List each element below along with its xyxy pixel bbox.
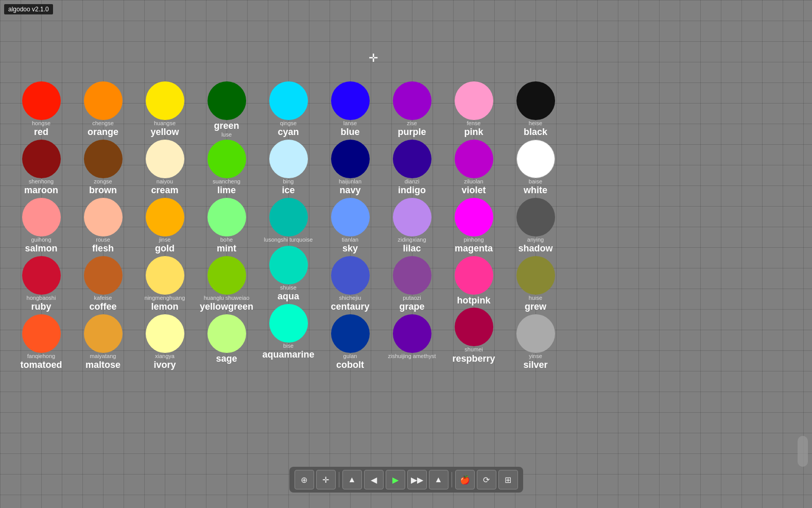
color-cell-indigo[interactable]: dianzi indigo <box>381 140 443 196</box>
color-cell-cyan[interactable]: qingse cyan <box>257 81 319 138</box>
refresh-button[interactable]: ⟳ <box>477 470 496 489</box>
scroll-handle[interactable] <box>798 436 808 467</box>
circle-navy[interactable] <box>331 140 370 178</box>
circle-grape[interactable] <box>393 256 431 295</box>
circle-red[interactable] <box>22 81 61 120</box>
color-cell-respberry[interactable]: shumei respberry <box>443 308 505 364</box>
fast-forward-button[interactable]: ▶▶ <box>407 470 427 489</box>
circle-tomatoed[interactable] <box>22 314 61 353</box>
color-cell-grew[interactable]: huise grew <box>505 256 566 312</box>
color-cell-sky[interactable]: tianlan sky <box>319 198 381 254</box>
color-cell-amethyst[interactable]: zishuijing amethyst <box>381 314 443 360</box>
color-cell-turquoise[interactable]: lusongshi turquoise <box>257 198 319 244</box>
circle-silver[interactable] <box>516 314 555 353</box>
color-cell-sage[interactable]: sage <box>196 314 257 364</box>
color-cell-cream[interactable]: naiyou cream <box>134 140 196 196</box>
color-cell-blue[interactable]: lanse blue <box>319 81 381 138</box>
circle-cream[interactable] <box>146 140 184 178</box>
color-cell-shadow[interactable]: anying shadow <box>505 198 566 254</box>
circle-cobolt[interactable] <box>331 314 370 353</box>
color-cell-ivory[interactable]: xiangya ivory <box>134 314 196 370</box>
circle-white[interactable] <box>516 140 555 178</box>
color-cell-green[interactable]: green luse <box>196 81 257 138</box>
circle-maroon[interactable] <box>22 140 61 178</box>
color-cell-navy[interactable]: haijunlan navy <box>319 140 381 196</box>
up-button[interactable]: ▲ <box>342 470 362 489</box>
circle-ice[interactable] <box>269 140 308 178</box>
circle-black[interactable] <box>516 81 555 120</box>
top-button[interactable]: ▲ <box>429 470 448 489</box>
color-cell-maroon[interactable]: shenhong maroon <box>10 140 72 196</box>
play-button[interactable]: ▶ <box>386 470 405 489</box>
circle-purple[interactable] <box>393 81 431 120</box>
circle-magenta[interactable] <box>455 198 493 236</box>
color-cell-maltose[interactable]: maiyatang maltose <box>72 314 134 370</box>
circle-yellowgreen[interactable] <box>208 256 246 295</box>
circle-coffee[interactable] <box>84 256 123 295</box>
circle-orange[interactable] <box>84 81 123 120</box>
circle-salmon[interactable] <box>22 198 61 236</box>
grid-button[interactable]: ⊞ <box>498 470 518 489</box>
color-cell-coffee[interactable]: kafeise coffee <box>72 256 134 312</box>
circle-cyan[interactable] <box>269 81 308 120</box>
circle-sky[interactable] <box>331 198 370 236</box>
color-cell-brown[interactable]: zongse brown <box>72 140 134 196</box>
color-cell-aqua[interactable]: shuise aqua <box>257 246 319 302</box>
color-cell-ice[interactable]: bing ice <box>257 140 319 196</box>
color-cell-centaury[interactable]: shichejiu centaury <box>319 256 381 312</box>
circle-lime[interactable] <box>208 140 246 178</box>
color-cell-lilac[interactable]: zidingxiang lilac <box>381 198 443 254</box>
circle-grew[interactable] <box>516 256 555 295</box>
pan-button[interactable]: ✛ <box>316 470 336 489</box>
color-cell-hotpink[interactable]: hotpink <box>443 256 505 306</box>
color-cell-white[interactable]: baise white <box>505 140 566 196</box>
circle-aquamarine[interactable] <box>269 304 308 343</box>
circle-centaury[interactable] <box>331 256 370 295</box>
circle-indigo[interactable] <box>393 140 431 178</box>
circle-respberry[interactable] <box>455 308 493 346</box>
color-cell-magenta[interactable]: pinhong magenta <box>443 198 505 254</box>
color-cell-black[interactable]: heise black <box>505 81 566 138</box>
zoom-in-button[interactable]: ⊕ <box>295 470 314 489</box>
color-cell-lime[interactable]: suancheng lime <box>196 140 257 196</box>
circle-maltose[interactable] <box>84 314 123 353</box>
color-cell-salmon[interactable]: guihong salmon <box>10 198 72 254</box>
circle-ivory[interactable] <box>146 314 184 353</box>
color-cell-lemon[interactable]: ningmenghuang lemon <box>134 256 196 312</box>
color-cell-pink[interactable]: fense pink <box>443 81 505 138</box>
circle-gold[interactable] <box>146 198 184 236</box>
color-cell-red[interactable]: hongse red <box>10 81 72 138</box>
color-cell-ruby[interactable]: hongbaoshi ruby <box>10 256 72 312</box>
circle-sage[interactable] <box>208 314 246 353</box>
circle-hotpink[interactable] <box>455 256 493 295</box>
circle-shadow[interactable] <box>516 198 555 236</box>
color-cell-violet[interactable]: ziluolan violet <box>443 140 505 196</box>
color-cell-flesh[interactable]: rouse flesh <box>72 198 134 254</box>
apple-button[interactable]: 🍎 <box>455 470 475 489</box>
circle-pink[interactable] <box>455 81 493 120</box>
color-cell-tomatoed[interactable]: fanqiehong tomatoed <box>10 314 72 370</box>
circle-yellow[interactable] <box>146 81 184 120</box>
color-cell-yellowgreen[interactable]: huanglu shuweiao yellowgreen <box>196 256 257 312</box>
color-cell-cobolt[interactable]: gulan cobolt <box>319 314 381 370</box>
color-cell-yellow[interactable]: huangse yellow <box>134 81 196 138</box>
color-cell-silver[interactable]: yinse silver <box>505 314 566 370</box>
circle-brown[interactable] <box>84 140 123 178</box>
circle-violet[interactable] <box>455 140 493 178</box>
circle-ruby[interactable] <box>22 256 61 295</box>
color-cell-purple[interactable]: zise purple <box>381 81 443 138</box>
circle-blue[interactable] <box>331 81 370 120</box>
color-cell-orange[interactable]: chengse orange <box>72 81 134 138</box>
circle-flesh[interactable] <box>84 198 123 236</box>
color-cell-aquamarine[interactable]: bise aquamarine <box>257 304 319 360</box>
rewind-button[interactable]: ◀ <box>364 470 384 489</box>
color-cell-grape[interactable]: putaozi grape <box>381 256 443 312</box>
circle-aqua[interactable] <box>269 246 308 284</box>
circle-amethyst[interactable] <box>393 314 431 353</box>
circle-mint[interactable] <box>208 198 246 236</box>
circle-lilac[interactable] <box>393 198 431 236</box>
circle-green[interactable] <box>208 81 246 120</box>
circle-turquoise[interactable] <box>269 198 308 236</box>
color-cell-gold[interactable]: jinse gold <box>134 198 196 254</box>
circle-lemon[interactable] <box>146 256 184 295</box>
